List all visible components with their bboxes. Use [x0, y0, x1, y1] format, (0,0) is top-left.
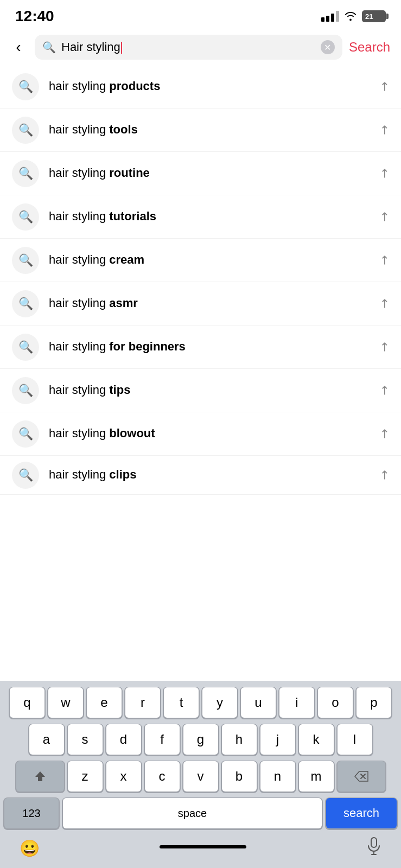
- suggestion-search-icon-5: 🔍: [12, 290, 39, 317]
- keyboard-row-4: 123 space search: [4, 798, 397, 832]
- key-k[interactable]: k: [299, 724, 334, 755]
- keyboard-row-3: z x c v b n m: [4, 761, 397, 792]
- suggestion-list: 🔍 hair styling products ↗ 🔍 hair styling…: [0, 65, 401, 495]
- suggestion-search-icon-9: 🔍: [12, 462, 39, 489]
- suggestion-search-icon-8: 🔍: [12, 420, 39, 448]
- signal-icon: [321, 11, 339, 22]
- keyboard-bottom-bar: 😀: [4, 832, 397, 868]
- suggestion-text-1: hair styling tools: [49, 122, 379, 138]
- key-a[interactable]: a: [29, 724, 64, 755]
- suggestion-text-5: hair styling asmr: [49, 296, 379, 311]
- key-w[interactable]: w: [48, 687, 83, 718]
- keyboard: q w e r t y u i o p a s d f g h j k l z …: [0, 681, 401, 868]
- microphone-key[interactable]: [366, 837, 381, 859]
- suggestion-item[interactable]: 🔍 hair styling products ↗: [0, 65, 401, 108]
- suggestion-search-icon-4: 🔍: [12, 247, 39, 274]
- wifi-icon: [345, 11, 357, 21]
- key-i[interactable]: i: [279, 687, 314, 718]
- suggestion-text-4: hair styling cream: [49, 252, 379, 268]
- suggestion-item[interactable]: 🔍 hair styling asmr ↗: [0, 282, 401, 326]
- suggestion-search-icon-2: 🔍: [12, 160, 39, 187]
- suggestion-item[interactable]: 🔍 hair styling for beginners ↗: [0, 326, 401, 369]
- status-icons: 21: [321, 10, 386, 22]
- key-m[interactable]: m: [299, 761, 334, 792]
- suggestion-text-6: hair styling for beginners: [49, 339, 379, 355]
- suggestion-item[interactable]: 🔍 hair styling clips ↗: [0, 456, 401, 495]
- key-r[interactable]: r: [125, 687, 160, 718]
- key-e[interactable]: e: [87, 687, 122, 718]
- cursor: [121, 42, 122, 54]
- suggestion-text-9: hair styling clips: [49, 467, 379, 483]
- search-bar-row: ‹ 🔍 Hair styling ✕ Search: [0, 29, 401, 65]
- suggestion-search-icon-1: 🔍: [12, 117, 39, 144]
- key-x[interactable]: x: [106, 761, 141, 792]
- home-indicator: [160, 845, 246, 848]
- key-c[interactable]: c: [145, 761, 180, 792]
- key-q[interactable]: q: [10, 687, 44, 718]
- suggestion-item[interactable]: 🔍 hair styling cream ↗: [0, 239, 401, 282]
- back-button[interactable]: ‹: [9, 39, 28, 56]
- search-input[interactable]: Hair styling: [61, 40, 315, 54]
- search-icon: 🔍: [42, 41, 56, 54]
- key-u[interactable]: u: [241, 687, 276, 718]
- key-v[interactable]: v: [183, 761, 218, 792]
- suggestion-item[interactable]: 🔍 hair styling tutorials ↗: [0, 195, 401, 239]
- shift-key[interactable]: [16, 761, 64, 792]
- key-l[interactable]: l: [338, 724, 372, 755]
- space-key[interactable]: space: [63, 798, 322, 828]
- suggestion-search-icon-3: 🔍: [12, 203, 39, 231]
- status-bar: 12:40 21: [0, 0, 401, 29]
- search-action-button[interactable]: Search: [349, 40, 390, 55]
- key-g[interactable]: g: [183, 724, 218, 755]
- suggestion-text-0: hair styling products: [49, 79, 379, 94]
- key-n[interactable]: n: [260, 761, 295, 792]
- suggestion-item[interactable]: 🔍 hair styling tips ↗: [0, 369, 401, 412]
- key-z[interactable]: z: [68, 761, 103, 792]
- key-t[interactable]: t: [164, 687, 199, 718]
- suggestion-item[interactable]: 🔍 hair styling tools ↗: [0, 108, 401, 152]
- key-f[interactable]: f: [145, 724, 180, 755]
- clear-icon: ✕: [324, 42, 331, 53]
- delete-key[interactable]: [338, 761, 385, 792]
- key-o[interactable]: o: [318, 687, 353, 718]
- numbers-key[interactable]: 123: [4, 798, 59, 828]
- suggestion-text-8: hair styling blowout: [49, 426, 379, 442]
- search-input-text: Hair styling: [61, 40, 120, 54]
- suggestion-item[interactable]: 🔍 hair styling routine ↗: [0, 152, 401, 195]
- suggestion-search-icon-7: 🔍: [12, 377, 39, 404]
- key-j[interactable]: j: [260, 724, 295, 755]
- search-input-wrapper[interactable]: 🔍 Hair styling ✕: [35, 35, 342, 60]
- emoji-key[interactable]: 😀: [20, 839, 40, 858]
- clear-button[interactable]: ✕: [321, 40, 335, 54]
- suggestion-item[interactable]: 🔍 hair styling blowout ↗: [0, 412, 401, 456]
- key-p[interactable]: p: [357, 687, 391, 718]
- key-h[interactable]: h: [222, 724, 257, 755]
- svg-rect-0: [371, 838, 377, 847]
- suggestion-text-7: hair styling tips: [49, 382, 379, 398]
- keyboard-row-2: a s d f g h j k l: [4, 724, 397, 755]
- suggestion-text-3: hair styling tutorials: [49, 209, 379, 225]
- suggestion-search-icon-0: 🔍: [12, 73, 39, 100]
- battery-icon: 21: [362, 10, 386, 22]
- suggestion-search-icon-6: 🔍: [12, 334, 39, 361]
- key-b[interactable]: b: [222, 761, 257, 792]
- key-d[interactable]: d: [106, 724, 141, 755]
- suggestion-text-2: hair styling routine: [49, 165, 379, 181]
- battery-level: 21: [365, 13, 373, 20]
- key-s[interactable]: s: [68, 724, 103, 755]
- search-key[interactable]: search: [326, 798, 397, 828]
- status-time: 12:40: [15, 8, 54, 25]
- keyboard-row-1: q w e r t y u i o p: [4, 687, 397, 718]
- key-y[interactable]: y: [202, 687, 237, 718]
